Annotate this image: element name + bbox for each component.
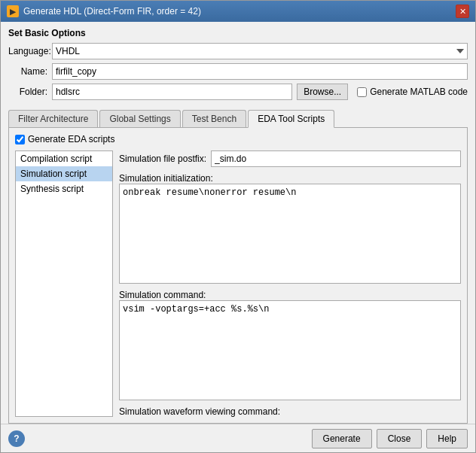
language-select[interactable]: VHDL Verilog <box>52 43 468 59</box>
script-list: Compilation script Simulation script Syn… <box>15 150 113 417</box>
script-item-synthesis[interactable]: Synthesis script <box>16 181 112 196</box>
title-bar-left: ▶ Generate HDL (Direct-Form FIR, order =… <box>7 5 201 17</box>
name-row: Name: <box>8 63 468 80</box>
command-group: Simulation command: vsim -voptargs=+acc … <box>119 288 461 400</box>
browse-button[interactable]: Browse... <box>297 84 348 100</box>
folder-label: Folder: <box>8 87 47 97</box>
init-group: Simulation initialization: onbreak resum… <box>119 172 461 284</box>
init-textarea[interactable]: onbreak resume\nonerror resume\n <box>119 184 461 284</box>
tabs-area: Filter Architecture Global Settings Test… <box>8 110 468 424</box>
tab-global-settings[interactable]: Global Settings <box>99 110 180 127</box>
window-title: Generate HDL (Direct-Form FIR, order = 4… <box>23 6 201 17</box>
generate-eda-label: Generate EDA scripts <box>28 134 114 144</box>
tab-inner: Compilation script Simulation script Syn… <box>15 150 461 417</box>
language-row: Language: VHDL Verilog <box>8 43 468 59</box>
close-dialog-button[interactable]: Close <box>377 429 423 448</box>
script-details: Simulation file postfix: Simulation init… <box>119 150 461 417</box>
command-textarea[interactable]: vsim -voptargs=+acc %s.%s\n <box>119 300 461 400</box>
eda-tab-content: Generate EDA scripts Compilation script … <box>8 128 468 424</box>
folder-row: Folder: Browse... Generate MATLAB code <box>8 84 468 100</box>
postfix-label: Simulation file postfix: <box>119 154 206 164</box>
tab-bar: Filter Architecture Global Settings Test… <box>8 110 468 128</box>
footer: ? Generate Close Help <box>1 424 475 452</box>
close-button[interactable]: ✕ <box>456 5 469 18</box>
tab-filter-architecture[interactable]: Filter Architecture <box>8 110 98 127</box>
tab-test-bench[interactable]: Test Bench <box>182 110 246 127</box>
title-bar: ▶ Generate HDL (Direct-Form FIR, order =… <box>1 1 475 22</box>
generate-eda-row: Generate EDA scripts <box>15 134 461 144</box>
basic-options-label: Set Basic Options <box>8 28 468 38</box>
waveform-label: Simulation waveform viewing command: <box>119 406 461 417</box>
generate-matlab-row: Generate MATLAB code <box>357 87 468 97</box>
postfix-row: Simulation file postfix: <box>119 150 461 167</box>
generate-matlab-label: Generate MATLAB code <box>370 87 468 97</box>
folder-input[interactable] <box>52 84 292 100</box>
main-window: ▶ Generate HDL (Direct-Form FIR, order =… <box>0 0 476 453</box>
generate-eda-checkbox[interactable] <box>15 135 25 144</box>
generate-button[interactable]: Generate <box>312 429 372 448</box>
script-item-simulation[interactable]: Simulation script <box>16 166 112 181</box>
command-label: Simulation command: <box>119 290 461 300</box>
tab-eda-tool-scripts[interactable]: EDA Tool Scripts <box>248 110 334 128</box>
init-label: Simulation initialization: <box>119 173 461 184</box>
name-input[interactable] <box>52 63 468 80</box>
language-label: Language: <box>8 46 47 56</box>
help-button[interactable]: Help <box>426 429 468 448</box>
help-icon-button[interactable]: ? <box>8 430 25 447</box>
footer-left: ? <box>8 430 25 447</box>
footer-right: Generate Close Help <box>312 429 468 448</box>
generate-matlab-checkbox[interactable] <box>357 87 367 97</box>
name-label: Name: <box>8 66 47 77</box>
window-body: Set Basic Options Language: VHDL Verilog… <box>1 22 475 424</box>
script-item-compilation[interactable]: Compilation script <box>16 151 112 166</box>
window-icon: ▶ <box>7 5 19 17</box>
postfix-input[interactable] <box>211 150 461 167</box>
